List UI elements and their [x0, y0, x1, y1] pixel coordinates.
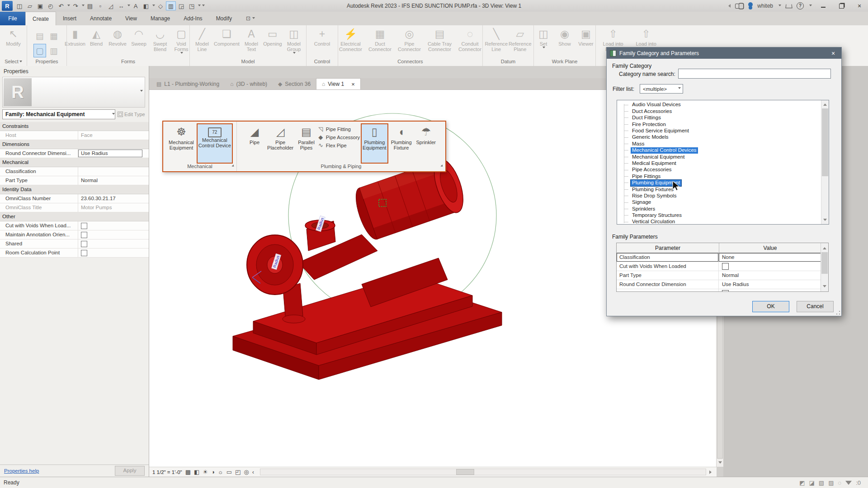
category-item[interactable]: Pipe Accessories: [617, 167, 829, 173]
measure-icon[interactable]: ◿: [106, 1, 116, 10]
design-options-icon[interactable]: ▧: [819, 479, 824, 486]
model-text-button[interactable]: AModel Text: [241, 27, 262, 52]
account-icon[interactable]: [748, 2, 753, 7]
apply-button[interactable]: Apply: [115, 466, 145, 476]
redo-icon[interactable]: ↷: [71, 1, 80, 10]
property-row-maintain-annotation[interactable]: Maintain Annotation Orien...: [0, 230, 149, 239]
set-work-plane-button[interactable]: ◫Set: [533, 27, 554, 50]
ribbon-group-label-select[interactable]: Select: [0, 58, 27, 66]
horizontal-scrollbar[interactable]: [260, 469, 706, 475]
parameter-row-part-type[interactable]: Part TypeNormal: [617, 271, 828, 280]
crop-view-icon[interactable]: ▭: [226, 469, 232, 475]
dialog-title-bar[interactable]: Family Category and Parameters ×: [607, 47, 841, 59]
category-item[interactable]: Temporary Structures: [617, 212, 829, 219]
category-tree-list[interactable]: Audio Visual Devices Duct Accessories Du…: [617, 100, 829, 225]
section-icon[interactable]: ◇: [156, 1, 165, 10]
void-forms-button[interactable]: ▢Void Forms: [171, 27, 192, 55]
parallel-pipes-button[interactable]: ▤Parallel Pipes: [296, 123, 316, 164]
category-item[interactable]: Rise Drop Symbols: [617, 192, 829, 199]
detail-level-icon[interactable]: ▩: [185, 469, 191, 475]
sun-path-icon[interactable]: ☀: [203, 469, 208, 475]
category-item[interactable]: Plumbing Fixtures: [617, 186, 829, 192]
modify-button[interactable]: ↖ Modify: [3, 27, 24, 47]
properties-palette-icon[interactable]: ▤: [33, 29, 46, 42]
tab-annotate[interactable]: Annotate: [83, 12, 118, 25]
type-selector[interactable]: Family: Mechanical Equipment: [2, 109, 115, 119]
category-item[interactable]: Pipe Fittings: [617, 173, 829, 179]
view-tab-3d-whiteb[interactable]: ⌂(3D - whiteb): [225, 78, 273, 89]
background-process-icon[interactable]: ◌: [838, 479, 841, 486]
category-item[interactable]: Mechanical Equipment: [617, 154, 829, 160]
category-item[interactable]: Generic Models: [617, 134, 829, 141]
property-row-omniclass-number[interactable]: OmniClass Number23.60.30.21.17: [0, 194, 149, 203]
cut-with-voids-checkbox[interactable]: [81, 223, 87, 229]
category-item[interactable]: Fire Protection: [617, 121, 829, 127]
pipe-accessory-button[interactable]: ◆Pipe Accessory: [317, 134, 360, 141]
section-mechanical[interactable]: Mechanical: [0, 158, 149, 167]
family-category-icon[interactable]: ▢: [33, 44, 46, 57]
plumbing-fixture-button[interactable]: ◖Plumbing Fixture: [389, 123, 414, 164]
property-row-part-type[interactable]: Part TypeNormal: [0, 176, 149, 185]
revolve-button[interactable]: ◍Revolve: [107, 27, 128, 47]
shadows-icon[interactable]: ◑: [211, 469, 215, 475]
edit-type-button[interactable]: Edit Type: [118, 109, 147, 119]
round-connector-value-field[interactable]: Use Radius: [78, 150, 142, 157]
visual-style-icon[interactable]: ◧: [194, 469, 199, 475]
category-item[interactable]: Signage: [617, 199, 829, 206]
close-view-tab-icon[interactable]: ×: [351, 81, 355, 88]
restore-button[interactable]: [835, 1, 848, 11]
category-item[interactable]: Mass: [617, 141, 829, 147]
dialog-close-icon[interactable]: ×: [828, 50, 838, 57]
back-chevron-icon[interactable]: ‹: [252, 469, 254, 475]
horizontal-scroll-thumb[interactable]: [456, 469, 474, 475]
cable-tray-connector-button[interactable]: ▤Cable Tray Connector: [425, 27, 455, 52]
category-item[interactable]: Duct Fittings: [617, 115, 829, 121]
app-store-cart-icon[interactable]: [785, 4, 792, 8]
reference-line-button[interactable]: ╲Reference Line: [485, 27, 508, 52]
minimize-button[interactable]: [816, 1, 830, 11]
scroll-up-icon[interactable]: [821, 244, 828, 251]
preview-caret-icon[interactable]: [140, 90, 143, 93]
panel-launcher-icon[interactable]: [440, 164, 444, 169]
tab-insert[interactable]: Insert: [56, 12, 83, 25]
sync-icon[interactable]: ◴: [46, 1, 56, 10]
exclude-options-icon[interactable]: ▨: [828, 479, 834, 486]
thin-lines-icon[interactable]: ▥: [166, 1, 176, 10]
view-scale-button[interactable]: 1 1/2" = 1'-0": [152, 469, 182, 475]
workset-status-icon[interactable]: ◪: [809, 479, 815, 486]
dimension-caret-icon[interactable]: [127, 5, 130, 8]
aligned-dimension-icon[interactable]: ↔: [116, 1, 126, 10]
category-search-input[interactable]: [678, 69, 831, 79]
sun-settings-icon[interactable]: ☼: [218, 469, 223, 475]
dialog-resize-grip[interactable]: [836, 310, 840, 315]
pipe-fitting-button[interactable]: ◹Pipe Fitting: [317, 126, 360, 132]
category-item[interactable]: Audio Visual Devices: [617, 102, 829, 108]
pipe-button[interactable]: ◢Pipe: [245, 123, 264, 164]
account-caret-icon[interactable]: [778, 5, 781, 8]
category-item-selected[interactable]: Mechanical Control Devices: [617, 147, 829, 154]
category-item[interactable]: Duct Accessories: [617, 108, 829, 114]
show-work-plane-button[interactable]: ◉Show: [554, 27, 575, 47]
parameters-scroll-thumb[interactable]: [821, 252, 828, 274]
parameters-table-scrollbar[interactable]: [821, 243, 828, 291]
close-button[interactable]: ×: [853, 1, 866, 11]
filter-list-dropdown[interactable]: <multiple>: [640, 84, 683, 94]
signed-in-user[interactable]: whiteb: [757, 3, 773, 9]
pipe-connector-button[interactable]: ◎Pipe Connector: [395, 27, 424, 52]
viewer-button[interactable]: ▣Viewer: [576, 27, 596, 47]
properties-help-link[interactable]: Properties help: [4, 468, 39, 474]
type-preview[interactable]: R: [2, 77, 145, 108]
parameter-column-header[interactable]: Parameter: [617, 243, 719, 253]
scroll-right-icon[interactable]: [709, 470, 713, 474]
undo-icon[interactable]: ↶: [56, 1, 66, 10]
category-item[interactable]: Vertical Circulation: [617, 219, 829, 225]
maintain-annotation-checkbox[interactable]: [722, 290, 729, 292]
view-tab-l1-plumbing[interactable]: ▤L1 - Plumbing-Working: [151, 78, 225, 89]
flex-pipe-button[interactable]: ∿Flex Pipe: [317, 142, 360, 149]
opening-button[interactable]: ▭Opening: [262, 27, 283, 47]
tab-view[interactable]: View: [118, 12, 144, 25]
pipe-placeholder-button[interactable]: ◿Pipe Placeholder: [265, 123, 295, 164]
open-icon[interactable]: ▱: [25, 1, 35, 10]
room-calculation-point-checkbox[interactable]: [81, 250, 87, 256]
tab-add-ins[interactable]: Add-Ins: [177, 12, 209, 25]
